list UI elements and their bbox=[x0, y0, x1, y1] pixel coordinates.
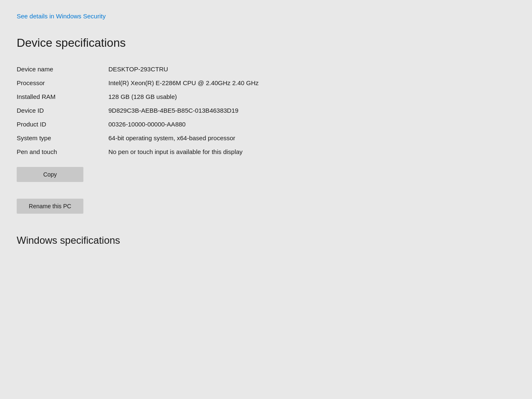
spec-label-device-id: Device ID bbox=[17, 104, 100, 117]
spec-label-processor: Processor bbox=[17, 76, 100, 90]
rename-button-row: Rename this PC bbox=[17, 199, 515, 230]
copy-button[interactable]: Copy bbox=[17, 167, 83, 182]
spec-value-installed-ram: 128 GB (128 GB usable) bbox=[100, 90, 515, 104]
rename-pc-button[interactable]: Rename this PC bbox=[17, 199, 83, 214]
table-row: Device name DESKTOP-293CTRU bbox=[17, 62, 515, 76]
spec-value-device-id: 9D829C3B-AEBB-4BE5-B85C-013B46383D19 bbox=[100, 104, 515, 117]
spec-label-installed-ram: Installed RAM bbox=[17, 90, 100, 104]
device-specs-title: Device specifications bbox=[17, 36, 515, 50]
table-row: Installed RAM 128 GB (128 GB usable) bbox=[17, 90, 515, 104]
spec-value-processor: Intel(R) Xeon(R) E-2286M CPU @ 2.40GHz 2… bbox=[100, 76, 515, 90]
table-row: Processor Intel(R) Xeon(R) E-2286M CPU @… bbox=[17, 76, 515, 90]
spec-value-pen-and-touch: No pen or touch input is available for t… bbox=[100, 145, 515, 159]
spec-value-product-id: 00326-10000-00000-AA880 bbox=[100, 117, 515, 131]
copy-button-row: Copy bbox=[17, 167, 515, 190]
table-row: Device ID 9D829C3B-AEBB-4BE5-B85C-013B46… bbox=[17, 104, 515, 117]
table-row: System type 64-bit operating system, x64… bbox=[17, 131, 515, 145]
spec-label-system-type: System type bbox=[17, 131, 100, 145]
spec-label-pen-and-touch: Pen and touch bbox=[17, 145, 100, 159]
windows-specs-title: Windows specifications bbox=[17, 235, 515, 246]
device-specs-table: Device name DESKTOP-293CTRU Processor In… bbox=[17, 62, 515, 159]
table-row: Pen and touch No pen or touch input is a… bbox=[17, 145, 515, 159]
spec-label-device-name: Device name bbox=[17, 62, 100, 76]
table-row: Product ID 00326-10000-00000-AA880 bbox=[17, 117, 515, 131]
see-details-link[interactable]: See details in Windows Security bbox=[17, 13, 105, 20]
spec-value-device-name: DESKTOP-293CTRU bbox=[100, 62, 515, 76]
spec-value-system-type: 64-bit operating system, x64-based proce… bbox=[100, 131, 515, 145]
spec-label-product-id: Product ID bbox=[17, 117, 100, 131]
